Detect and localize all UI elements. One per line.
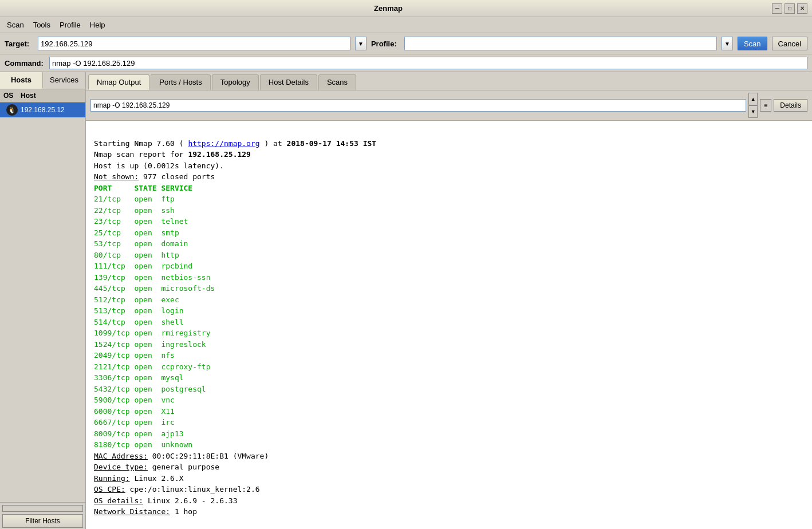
menu-tools[interactable]: Tools xyxy=(29,19,55,31)
menubar: Scan Tools Profile Help xyxy=(0,17,812,33)
window-controls: ─ □ ✕ xyxy=(772,3,807,14)
target-label: Target: xyxy=(5,40,33,48)
maximize-button[interactable]: □ xyxy=(785,3,795,14)
output-cmd-input[interactable] xyxy=(90,99,746,112)
output-content: Starting Nmap 7.60 ( https://nmap.org ) … xyxy=(86,121,812,529)
menu-scan[interactable]: Scan xyxy=(2,19,29,31)
profile-label: Profile: xyxy=(371,40,400,48)
menu-profile[interactable]: Profile xyxy=(55,19,85,31)
host-list-item[interactable]: 🐧 192.168.25.12 xyxy=(0,102,85,117)
main-layout: Hosts Services OS Host 🐧 192.168.25.12 F… xyxy=(0,72,812,529)
command-input[interactable] xyxy=(49,57,807,69)
spinner-up-button[interactable]: ▲ xyxy=(748,93,758,105)
profile-dropdown-button[interactable]: ▼ xyxy=(722,37,733,50)
app-title: Zenmap xyxy=(5,4,772,13)
host-os-icon: 🐧 xyxy=(3,104,21,116)
left-panel-bottom: Filter Hosts xyxy=(0,502,85,529)
tab-host-details[interactable]: Host Details xyxy=(260,74,317,90)
scan-button[interactable]: Scan xyxy=(738,37,767,50)
tab-topology[interactable]: Topology xyxy=(212,74,259,90)
target-dropdown-button[interactable]: ▼ xyxy=(355,37,366,50)
cancel-button[interactable]: Cancel xyxy=(772,37,807,50)
tab-hosts[interactable]: Hosts xyxy=(0,72,43,89)
output-toolbar: ▲ ▼ ≡ Details xyxy=(86,90,812,121)
tab-ports-hosts[interactable]: Ports / Hosts xyxy=(151,74,210,90)
host-list-header: OS Host xyxy=(0,89,85,102)
col-os-header: OS xyxy=(3,92,21,100)
tab-services[interactable]: Services xyxy=(43,72,85,89)
left-panel: Hosts Services OS Host 🐧 192.168.25.12 F… xyxy=(0,72,86,529)
tab-nmap-output[interactable]: Nmap Output xyxy=(88,74,149,90)
profile-input[interactable] xyxy=(404,37,717,50)
minimize-button[interactable]: ─ xyxy=(772,3,782,14)
horizontal-scrollbar[interactable] xyxy=(2,505,83,512)
host-ip: 192.168.25.12 xyxy=(21,106,65,114)
target-input[interactable] xyxy=(38,37,350,50)
toolbar: Target: ▼ Profile: ▼ Scan Cancel xyxy=(0,33,812,54)
command-bar: Command: xyxy=(0,54,812,72)
right-panel: Nmap Output Ports / Hosts Topology Host … xyxy=(86,72,812,529)
spinner-down-button[interactable]: ▼ xyxy=(748,105,758,118)
tab-scans[interactable]: Scans xyxy=(318,74,356,90)
command-label: Command: xyxy=(5,59,45,68)
col-host-header: Host xyxy=(21,92,82,100)
titlebar: Zenmap ─ □ ✕ xyxy=(0,0,812,17)
left-tab-bar: Hosts Services xyxy=(0,72,85,89)
details-button[interactable]: Details xyxy=(774,99,807,112)
filter-hosts-button[interactable]: Filter Hosts xyxy=(2,514,83,528)
os-icon: 🐧 xyxy=(6,104,18,116)
close-button[interactable]: ✕ xyxy=(797,3,807,14)
menu-help[interactable]: Help xyxy=(85,19,110,31)
output-menu-button[interactable]: ≡ xyxy=(760,99,771,112)
right-tab-bar: Nmap Output Ports / Hosts Topology Host … xyxy=(86,72,812,90)
